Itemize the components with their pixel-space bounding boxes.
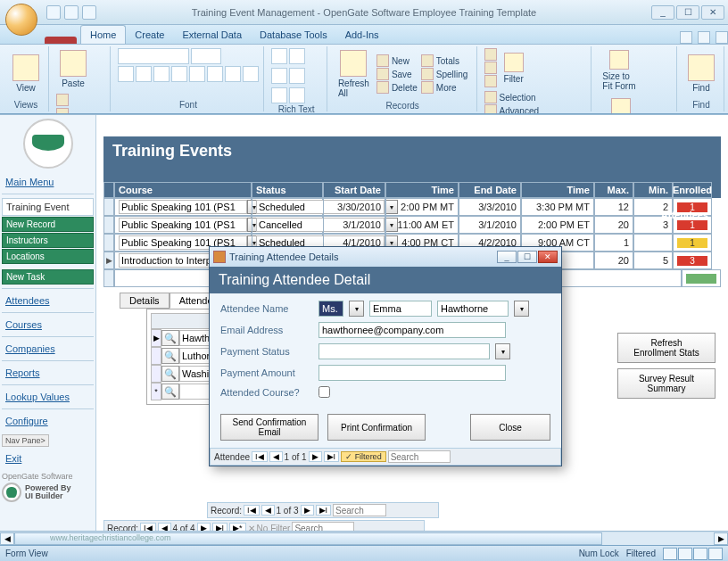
paystatus-dropdown[interactable]: ▾ [495, 343, 510, 359]
dialog-titlebar[interactable]: Training Attendee Details _ ☐ ✕ [210, 247, 561, 267]
switch-windows-button[interactable]: Switch Windows [599, 96, 642, 114]
ribbon-tab-home[interactable]: Home [80, 25, 126, 44]
row-selector[interactable]: ▶ [103, 252, 114, 269]
nav-configure[interactable]: Configure [2, 413, 94, 429]
selection-button[interactable]: Selection [484, 91, 548, 103]
max-cell[interactable]: 1 [594, 234, 633, 252]
lastname-field[interactable] [437, 301, 509, 317]
title-dropdown[interactable]: ▾ [349, 301, 364, 317]
bold-button[interactable] [118, 66, 134, 82]
ribbon-start-tab[interactable] [45, 37, 77, 44]
paystatus-field[interactable] [318, 343, 490, 359]
subgrid-selector[interactable]: ▶ [151, 329, 161, 347]
nav-instructors[interactable]: Instructors [2, 233, 94, 248]
inner-last-button[interactable]: ▶I [316, 505, 332, 516]
subgrid-lookup-button[interactable]: 🔍 [161, 330, 179, 346]
nav-training-event[interactable]: Training Event [2, 198, 94, 216]
hscroll-track[interactable]: www.heritagechristiancollege.com [14, 532, 714, 545]
dlg-filtered-tag[interactable]: ✓ Filtered [341, 451, 386, 462]
find-button[interactable]: Find [684, 53, 718, 95]
payamount-field[interactable] [318, 365, 506, 381]
ribbon-tab-externaldata[interactable]: External Data [173, 26, 251, 44]
underline-button[interactable] [153, 66, 170, 82]
col-enrolled[interactable]: Enrolled [673, 182, 712, 198]
course-field[interactable] [119, 200, 247, 214]
more-button[interactable]: More [421, 81, 468, 94]
subtab-details[interactable]: Details [120, 293, 170, 309]
form-view-button[interactable] [663, 548, 677, 560]
hscroll-left-button[interactable]: ◀ [0, 532, 14, 545]
col-min[interactable]: Min. [633, 182, 673, 198]
inner-prev-button[interactable]: ◀ [261, 505, 275, 516]
sort-asc-button[interactable] [484, 48, 497, 61]
nav-pane-toggle[interactable]: Nav Pane> [2, 434, 49, 447]
nav-courses[interactable]: Courses [2, 317, 94, 333]
email-field[interactable] [318, 322, 506, 338]
qat-undo-icon[interactable] [64, 5, 79, 20]
table-row[interactable]: ▾▾3/1/201011:00 AM ET3/1/20102:00 PM ET2… [103, 216, 721, 234]
dialog-close-button[interactable]: ✕ [538, 251, 558, 263]
dlg-search-input[interactable] [388, 450, 451, 463]
qat-redo-icon[interactable] [82, 5, 96, 20]
col-enddate[interactable]: End Date [459, 182, 521, 198]
horizontal-scrollbar[interactable]: ◀ www.heritagechristiancollege.com ▶ [0, 531, 728, 545]
max-cell[interactable]: 20 [594, 252, 633, 269]
minimize-button[interactable]: _ [651, 5, 674, 20]
col-starttime[interactable]: Time [385, 182, 459, 198]
col-max[interactable]: Max. [594, 182, 633, 198]
numbering-button[interactable] [289, 48, 305, 64]
subgrid-lookup-button[interactable]: 🔍 [161, 348, 179, 364]
max-cell[interactable]: 12 [594, 198, 633, 216]
size-to-fit-button[interactable]: Size to Fit Form [599, 48, 639, 93]
inner-search-input[interactable] [333, 504, 386, 516]
nav-locations[interactable]: Locations [2, 249, 94, 264]
new-record-button[interactable]: New [376, 54, 418, 67]
endtime-cell[interactable]: 3:30 PM MT [521, 198, 594, 216]
fillcolor-button[interactable] [243, 66, 259, 82]
ltr-button[interactable] [271, 87, 287, 103]
italic-button[interactable] [136, 66, 152, 82]
qat-save-icon[interactable] [46, 5, 61, 20]
min-cell[interactable] [633, 234, 673, 252]
nav-new-task[interactable]: New Task [2, 269, 94, 285]
maximize-button[interactable]: ☐ [676, 5, 699, 20]
close-window-button[interactable]: ✕ [701, 5, 724, 20]
save-record-button[interactable]: Save [376, 68, 418, 80]
row-selector[interactable] [103, 234, 114, 252]
paste-button[interactable]: Paste [56, 48, 90, 90]
dialog-maximize-button[interactable]: ☐ [517, 251, 537, 263]
office-orb-button[interactable] [5, 4, 37, 36]
refresh-enrollment-button[interactable]: Refresh Enrollment Stats [617, 333, 716, 363]
filter-button[interactable]: Filter [500, 51, 527, 86]
inner-first-button[interactable]: I◀ [244, 505, 260, 516]
refresh-all-button[interactable]: Refresh All [335, 48, 373, 100]
bullets-button[interactable] [271, 48, 287, 64]
col-course[interactable]: Course [114, 182, 252, 198]
ribbon-help-icon[interactable] [680, 31, 692, 44]
dialog-minimize-button[interactable]: _ [497, 251, 517, 263]
nav-lookup[interactable]: Lookup Values [2, 389, 94, 405]
startdate-cell[interactable]: 3/30/2010 [323, 198, 385, 216]
subgrid-lookup-button[interactable]: 🔍 [161, 366, 179, 382]
delete-record-button[interactable]: Delete [376, 81, 418, 94]
design-view-button[interactable] [708, 548, 723, 560]
dlg-first-button[interactable]: I◀ [252, 451, 268, 462]
inner-next-button[interactable]: ▶ [301, 505, 314, 516]
table-row[interactable]: ▾▾3/30/20102:00 PM MT3/3/20103:30 PM MT1… [103, 198, 721, 216]
subgrid-selector[interactable] [151, 347, 161, 365]
align-right-button[interactable] [207, 66, 223, 82]
spelling-button[interactable]: Spelling [421, 68, 468, 80]
ribbon-tab-dbtools[interactable]: Database Tools [251, 26, 336, 44]
ribbon-tab-create[interactable]: Create [126, 26, 173, 44]
row-selector[interactable] [103, 216, 114, 234]
indent-dec-button[interactable] [271, 68, 287, 84]
max-cell[interactable]: 20 [594, 216, 633, 234]
nav-attendees[interactable]: Attendees [2, 293, 94, 309]
clear-sort-button[interactable] [484, 75, 497, 87]
subgrid-selector[interactable] [151, 365, 161, 383]
survey-summary-button[interactable]: Survey Result Summary [617, 368, 716, 399]
endtime-cell[interactable]: 2:00 PM ET [521, 216, 594, 234]
nav-exit[interactable]: Exit [2, 450, 94, 466]
attended-checkbox[interactable] [318, 386, 330, 398]
view-button[interactable]: View [9, 53, 43, 95]
